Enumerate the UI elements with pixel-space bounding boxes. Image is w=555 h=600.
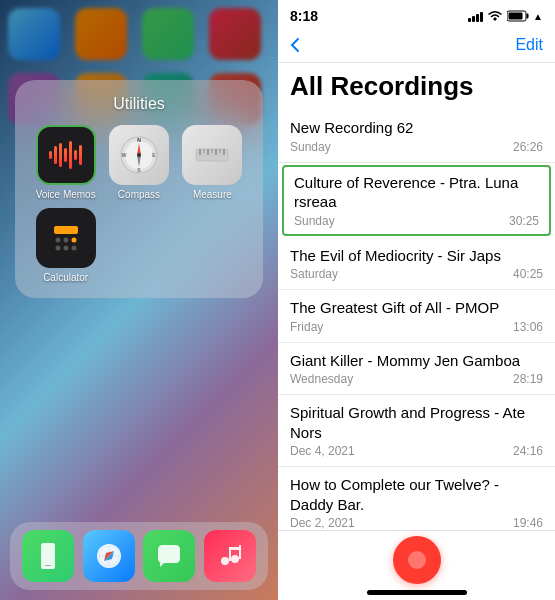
- svg-text:W: W: [122, 152, 127, 158]
- safari-icon: [94, 541, 124, 571]
- recording-date-1: Sunday: [294, 214, 335, 228]
- recording-item-0[interactable]: New Recording 62 Sunday 26:26: [278, 110, 555, 163]
- signal-icon: [468, 10, 483, 22]
- svg-point-23: [63, 246, 68, 251]
- svg-point-4: [137, 153, 141, 157]
- measure-label: Measure: [193, 189, 232, 200]
- app-calculator[interactable]: Calculator: [33, 208, 98, 283]
- wave-bar-7: [79, 145, 82, 165]
- recording-item-4[interactable]: Giant Killer - Mommy Jen Gamboa Wednesda…: [278, 343, 555, 396]
- dock-music[interactable]: [204, 530, 256, 582]
- recording-name-6: How to Complete our Twelve? - Daddy Bar.: [290, 475, 543, 514]
- voice-memos-waveform: [49, 140, 82, 170]
- bg-icon-3: [142, 8, 194, 60]
- bg-icon-1: [8, 8, 60, 60]
- svg-rect-39: [509, 13, 523, 20]
- recording-date-2: Saturday: [290, 267, 338, 281]
- svg-rect-38: [527, 14, 529, 19]
- recording-duration-2: 40:25: [513, 267, 543, 281]
- recording-date-3: Friday: [290, 320, 323, 334]
- dock-safari[interactable]: [83, 530, 135, 582]
- edit-button[interactable]: Edit: [515, 36, 543, 54]
- svg-point-21: [71, 238, 76, 243]
- signal-bar-4: [480, 12, 483, 22]
- compass-icon: N S W E: [109, 125, 169, 185]
- calculator-label: Calculator: [43, 272, 88, 283]
- recording-meta-0: Sunday 26:26: [290, 140, 543, 154]
- calculator-svg: [46, 218, 86, 258]
- recording-name-0: New Recording 62: [290, 118, 543, 138]
- wave-bar-2: [54, 146, 57, 164]
- recording-name-5: Spiritual Growth and Progress - Ate Nors: [290, 403, 543, 442]
- home-screen: Utilities Voice Memos: [0, 0, 278, 600]
- bg-icon-2: [75, 8, 127, 60]
- recording-date-5: Dec 4, 2021: [290, 444, 355, 458]
- record-button-inner: [408, 551, 426, 569]
- voice-memos-app: 8:18 ▲: [278, 0, 555, 600]
- back-button[interactable]: [290, 37, 300, 53]
- dock: [10, 522, 268, 590]
- svg-rect-25: [45, 565, 51, 566]
- recording-date-6: Dec 2, 2021: [290, 516, 355, 530]
- nav-bar: Edit: [278, 32, 555, 63]
- folder-title: Utilities: [25, 95, 253, 113]
- svg-point-20: [63, 238, 68, 243]
- svg-rect-36: [229, 547, 241, 550]
- recording-item-1[interactable]: Culture of Reverence - Ptra. Luna rsreaa…: [282, 165, 551, 236]
- recording-name-4: Giant Killer - Mommy Jen Gamboa: [290, 351, 543, 371]
- measure-icon: [182, 125, 242, 185]
- signal-bar-2: [472, 16, 475, 22]
- signal-bar-1: [468, 18, 471, 22]
- svg-point-24: [71, 246, 76, 251]
- record-button[interactable]: [393, 536, 441, 584]
- app-measure[interactable]: Measure: [180, 125, 245, 200]
- recording-name-1: Culture of Reverence - Ptra. Luna rsreaa: [294, 173, 539, 212]
- app-compass[interactable]: N S W E Compass: [106, 125, 171, 200]
- music-icon: [215, 541, 245, 571]
- svg-point-32: [221, 557, 229, 565]
- calculator-icon: [36, 208, 96, 268]
- svg-rect-18: [54, 226, 78, 234]
- bg-icon-4: [209, 8, 261, 60]
- recording-meta-5: Dec 4, 2021 24:16: [290, 444, 543, 458]
- wave-bar-3: [59, 143, 62, 167]
- chevron-left-icon: [290, 37, 300, 53]
- recordings-list[interactable]: New Recording 62 Sunday 26:26 Culture of…: [278, 110, 555, 530]
- svg-point-19: [55, 238, 60, 243]
- recording-duration-1: 30:25: [509, 214, 539, 228]
- page-title: All Recordings: [278, 63, 555, 106]
- recording-duration-6: 19:46: [513, 516, 543, 530]
- wave-bar-4: [64, 148, 67, 162]
- record-bar: [278, 530, 555, 600]
- status-icons: ▲: [468, 10, 543, 22]
- wifi-icon: [487, 10, 503, 22]
- voice-memos-label: Voice Memos: [36, 189, 96, 200]
- recording-date-0: Sunday: [290, 140, 331, 154]
- voice-memos-icon: [36, 125, 96, 185]
- recording-name-3: The Greatest Gift of All - PMOP: [290, 298, 543, 318]
- app-voice-memos[interactable]: Voice Memos: [33, 125, 98, 200]
- wave-bar-1: [49, 151, 52, 159]
- wave-bar-6: [74, 150, 77, 160]
- recording-item-5[interactable]: Spiritual Growth and Progress - Ate Nors…: [278, 395, 555, 467]
- folder-apps-grid: Voice Memos N S W E: [25, 125, 253, 283]
- dock-messages[interactable]: [143, 530, 195, 582]
- recording-meta-4: Wednesday 28:19: [290, 372, 543, 386]
- recording-meta-6: Dec 2, 2021 19:46: [290, 516, 543, 530]
- measure-svg: [192, 135, 232, 175]
- home-indicator: [367, 590, 467, 595]
- recording-duration-5: 24:16: [513, 444, 543, 458]
- recording-item-2[interactable]: The Evil of Mediocrity - Sir Japs Saturd…: [278, 238, 555, 291]
- dock-phone[interactable]: [22, 530, 74, 582]
- wave-bar-5: [69, 141, 72, 169]
- recording-meta-3: Friday 13:06: [290, 320, 543, 334]
- recording-duration-0: 26:26: [513, 140, 543, 154]
- utilities-folder[interactable]: Utilities Voice Memos: [15, 80, 263, 298]
- status-bar: 8:18 ▲: [278, 0, 555, 32]
- svg-point-22: [55, 246, 60, 251]
- compass-label: Compass: [118, 189, 160, 200]
- recording-duration-4: 28:19: [513, 372, 543, 386]
- signal-bar-3: [476, 14, 479, 22]
- recording-item-3[interactable]: The Greatest Gift of All - PMOP Friday 1…: [278, 290, 555, 343]
- recording-item-6[interactable]: How to Complete our Twelve? - Daddy Bar.…: [278, 467, 555, 530]
